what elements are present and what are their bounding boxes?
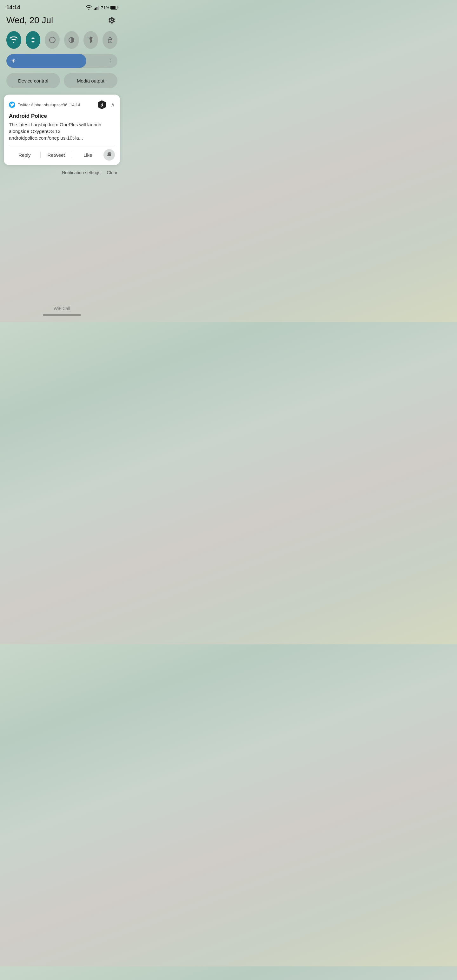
signal-icon (94, 6, 99, 10)
battery-icon (110, 6, 118, 10)
notification-settings-button[interactable]: Notification settings (62, 170, 100, 175)
notification-header-right: ∧ (96, 99, 115, 110)
dnd-toggle[interactable] (45, 31, 60, 49)
date-display: Wed, 20 Jul (6, 15, 53, 25)
like-button[interactable]: Like (72, 151, 104, 159)
status-icons: 71% (86, 5, 118, 10)
brightness-more-icon[interactable]: ⋮ (108, 58, 113, 64)
device-control-button[interactable]: Device control (6, 73, 60, 88)
night-mode-toggle[interactable] (64, 31, 79, 49)
notification-actions: Reply Retweet Like (9, 146, 115, 161)
status-bar: 14:14 71% (0, 0, 124, 13)
data-toggle[interactable] (26, 31, 41, 49)
status-time: 14:14 (6, 5, 20, 11)
svg-line-5 (89, 37, 89, 38)
notification-time: 14:14 (70, 102, 80, 107)
battery-indicator: 71% (101, 5, 118, 10)
wifi-toggle[interactable] (6, 31, 21, 49)
notification-title: Android Police (9, 113, 115, 119)
notification-card: Twitter Alpha shutupzac96 14:14 ∧ Androi… (4, 95, 120, 165)
home-indicator[interactable] (43, 314, 81, 316)
android-police-logo (96, 99, 108, 110)
wifi-status-icon (86, 5, 92, 10)
notification-collapse-button[interactable]: ∧ (111, 101, 115, 108)
twitter-app-icon (9, 102, 15, 108)
screen-lock-toggle[interactable] (102, 31, 118, 49)
retweet-button[interactable]: Retweet (41, 151, 72, 159)
date-row: Wed, 20 Jul (0, 13, 124, 31)
svg-point-10 (110, 152, 111, 154)
notification-username: shutupzac96 (44, 102, 67, 107)
media-output-button[interactable]: Media output (64, 73, 118, 88)
sun-icon: ☀ (11, 57, 16, 64)
battery-percent: 71% (101, 5, 109, 10)
reply-button[interactable]: Reply (9, 151, 40, 159)
quick-toggles (0, 31, 124, 54)
notification-settings-row: Notification settings Clear (0, 167, 124, 179)
svg-point-8 (110, 41, 110, 42)
notification-app-name: Twitter Alpha (18, 102, 41, 107)
brightness-slider[interactable]: ☀ ⋮ (6, 54, 118, 68)
wifi-call-label: WiFiCall (54, 306, 70, 311)
action-buttons-row: Device control Media output (0, 73, 124, 95)
notification-body: The latest flagship from OnePlus will la… (9, 121, 115, 141)
notification-header-left: Twitter Alpha shutupzac96 14:14 (9, 102, 80, 108)
bottom-area: WiFiCall (0, 179, 124, 322)
svg-rect-2 (90, 39, 92, 42)
torch-toggle[interactable] (83, 31, 99, 49)
svg-rect-3 (90, 42, 91, 43)
settings-button[interactable] (106, 14, 118, 26)
notification-bell-button[interactable] (104, 149, 115, 161)
svg-line-6 (92, 37, 93, 38)
clear-notification-button[interactable]: Clear (107, 170, 118, 175)
notification-header: Twitter Alpha shutupzac96 14:14 ∧ (9, 99, 115, 110)
